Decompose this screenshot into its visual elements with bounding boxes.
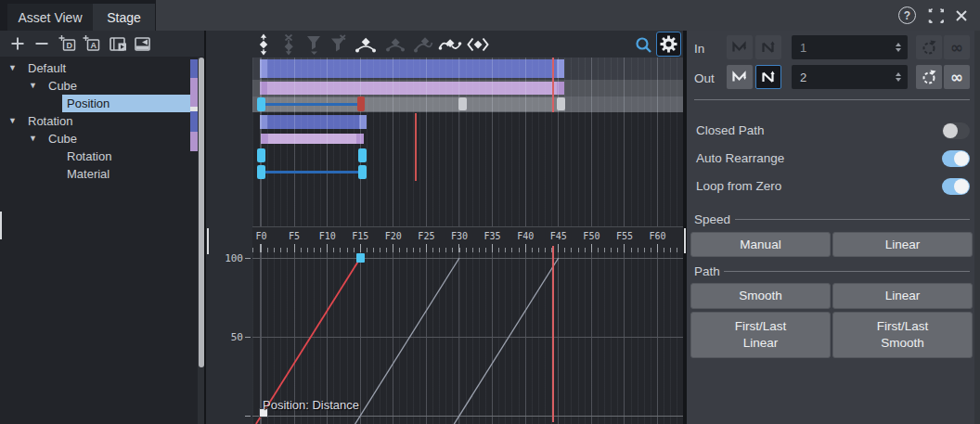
spinner-up-icon[interactable] [896,72,901,76]
spinner-up-icon[interactable] [896,43,901,46]
keyframe-cyan[interactable] [257,148,265,162]
curve-keyframe-icon[interactable] [355,35,377,54]
expander-icon[interactable]: ▼ [29,77,37,95]
tree-row-default[interactable]: ▼Default [0,59,190,77]
expander-icon[interactable]: ▼ [8,59,17,77]
add-d-item-icon[interactable]: D [58,33,79,54]
tree-row-rotation-group[interactable]: ▼Rotation [0,112,190,130]
clip-bar-purple[interactable] [260,82,564,95]
add-icon[interactable] [8,34,27,53]
splitter-handle[interactable] [207,228,209,254]
loop-mode-button-selected[interactable] [755,65,781,89]
out-label: Out [694,71,715,85]
clip-bar-purple[interactable] [261,134,364,144]
divider [694,99,970,100]
curve-keyframe-selected[interactable] [356,253,365,263]
speed-linear-button[interactable]: Linear [832,232,973,257]
dopesheet[interactable] [252,58,683,226]
keyframe-delete-icon[interactable] [278,33,299,56]
pingpong-mode-button[interactable] [727,35,753,59]
tree-row-material[interactable]: Material [0,165,190,183]
tree-scrollbar-thumb[interactable] [199,58,204,367]
timeline-panel: 100 50 F0 [206,31,683,424]
filter-remove-icon[interactable] [329,34,347,55]
out-value-field[interactable]: 2 [792,65,908,89]
keyframe-cyan[interactable] [257,165,265,179]
nested-playhead[interactable] [415,113,417,181]
tree-toolbar: D A [0,31,204,57]
help-button[interactable]: ? [898,6,916,24]
tab-asset-view[interactable]: Asset View [7,4,93,31]
remove-icon[interactable] [32,34,51,53]
tree-row-position[interactable]: Position [0,95,190,112]
relative-mode-button[interactable] [916,35,942,59]
tree-row-rotation[interactable]: Rotation [0,148,190,165]
ruler-label: F20 [380,231,406,241]
curve-playhead[interactable] [552,246,554,422]
curve-editor[interactable]: Position: Distance [252,252,683,424]
filter-keyframes-icon[interactable] [304,34,323,55]
panel-scroll-gutter[interactable] [974,31,980,424]
curve-keyframe-alt-icon[interactable] [384,35,406,54]
clip-bar-blue[interactable] [260,115,367,129]
tab-stage[interactable]: Stage [93,4,155,31]
relative-icon [921,39,937,56]
gear-icon [659,34,678,54]
clip-import-icon[interactable] [133,33,154,54]
expander-icon[interactable]: ▼ [8,112,17,130]
frame-ruler[interactable]: F0 F5 F10 F15 F20 F25 F30 F35 F40 F45 F5… [252,226,683,252]
track-color-strip [190,59,198,78]
auto-rearrange-label: Auto Rearrange [696,151,784,165]
y-axis-tick [245,416,251,417]
keyframe-cyan[interactable] [358,165,367,179]
keyframe-white[interactable] [458,97,467,110]
path-smooth-button[interactable]: Smooth [690,283,831,309]
path-firstlast-linear-button[interactable]: First/Last Linear [690,312,831,358]
expander-icon[interactable]: ▼ [29,130,37,148]
spinner-down-icon[interactable] [896,48,901,52]
ruler-label: F10 [315,231,341,241]
pingpong-mode-button[interactable] [727,65,753,89]
in-value-field[interactable]: 1 [792,35,908,59]
curve-keyframe-alt2-icon[interactable] [412,35,434,54]
keyframe-line [265,171,358,173]
closed-path-toggle[interactable] [942,122,970,139]
tree-row-cube-2[interactable]: ▼Cube [0,130,190,148]
loop-mode-button[interactable] [755,35,781,59]
clip-play-icon[interactable] [108,33,129,54]
add-a-item-icon[interactable]: A [83,33,103,54]
search-icon[interactable] [634,35,654,56]
ruler-label: F40 [512,231,538,241]
speed-section-label: Speed [694,212,730,226]
pingpong-icon [731,69,748,85]
playhead[interactable] [552,58,554,112]
speed-manual-button[interactable]: Manual [690,232,831,257]
fullscreen-button[interactable] [928,7,945,24]
auto-rearrange-toggle[interactable] [942,150,970,167]
splitter-handle[interactable] [684,228,686,253]
infinite-mode-button[interactable]: ∞ [944,65,970,89]
infinite-mode-button[interactable]: ∞ [944,35,970,59]
relative-mode-button[interactable] [916,65,942,89]
ruler-label: F15 [347,231,373,241]
keyframe-insert-icon[interactable] [253,33,274,56]
tree-row-cube-1[interactable]: ▼Cube [0,77,190,95]
y-axis-label-50: 50 [210,331,243,343]
loop-from-zero-toggle[interactable] [942,178,970,195]
path-firstlast-smooth-button[interactable]: First/Last Smooth [832,312,973,358]
splitter-handle[interactable] [0,212,2,239]
close-button[interactable] [953,7,970,24]
in-label: In [694,42,704,56]
clip-bar-blue[interactable] [260,59,564,78]
loop-from-zero-label: Loop from Zero [696,179,781,193]
keyframe-white[interactable] [557,97,565,110]
keyframe-red[interactable] [357,96,365,111]
keyframe-cyan[interactable] [358,148,367,162]
spinner-down-icon[interactable] [896,78,901,82]
curve-ornate-icon[interactable] [438,35,462,54]
path-linear-button[interactable]: Linear [832,283,973,309]
expand-keyframes-icon[interactable] [466,35,490,54]
keyframe-selected[interactable] [257,97,265,111]
track-color-strip [190,111,198,132]
settings-button[interactable] [656,32,681,57]
